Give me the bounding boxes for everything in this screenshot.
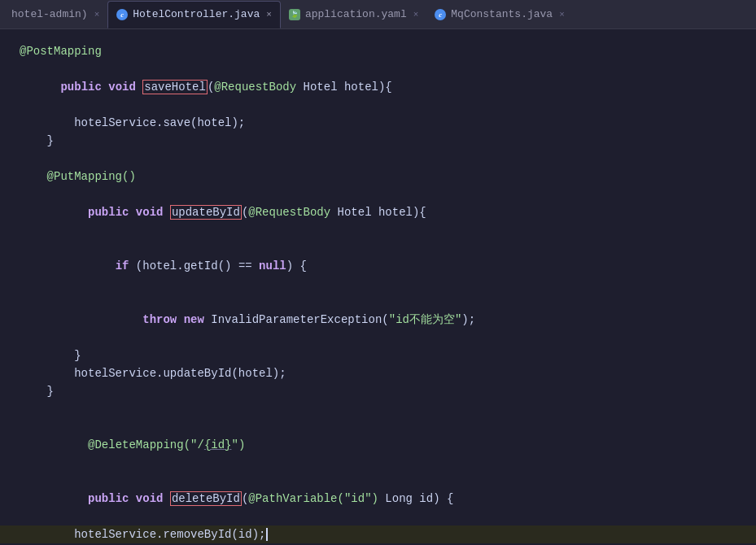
code-line-4: } xyxy=(0,132,756,150)
annotation-post: @PostMapping xyxy=(20,42,102,60)
line16-content: hotelService.removeById(id); xyxy=(20,525,275,543)
tab-bar: hotel-admin) × c HotelController.java × … xyxy=(0,0,756,29)
tab-label-hotel-controller: HotelController.java xyxy=(133,8,260,20)
close-icon-application[interactable]: × xyxy=(413,10,419,20)
code-line-14: @DeleteMapping("/{id}") xyxy=(0,418,756,472)
code-editor[interactable]: @PostMapping public void saveHotel(@Requ… xyxy=(0,29,756,545)
annotation-put: @PutMapping() xyxy=(20,168,136,185)
line14-content: @DeleteMapping("/{id}") xyxy=(20,418,245,472)
code-line-11: hotelService.updateById(hotel); xyxy=(0,364,756,382)
code-line-6: @PutMapping() xyxy=(0,168,756,185)
line15-content: public void deleteById(@PathVariable("id… xyxy=(20,472,453,525)
tab-hotel-admin[interactable]: hotel-admin) × xyxy=(3,1,107,28)
java-icon-mq: c xyxy=(435,9,446,20)
code-line-8: if (hotel.getId() == null) { xyxy=(0,239,756,293)
tab-mq-constants[interactable]: c MqConstants.java × xyxy=(426,1,572,28)
line7-content: public void updateById(@RequestBody Hote… xyxy=(20,185,426,239)
line12-content: } xyxy=(20,382,54,400)
tab-hotel-controller[interactable]: c HotelController.java × xyxy=(107,1,281,28)
code-line-3: hotelService.save(hotel); xyxy=(0,114,756,132)
line10-content: } xyxy=(20,347,81,364)
close-icon-mq[interactable]: × xyxy=(559,10,565,20)
line3-content: hotelService.save(hotel); xyxy=(20,114,245,132)
code-line-1: @PostMapping xyxy=(0,42,756,60)
close-icon-controller[interactable]: × xyxy=(266,10,272,20)
line2-content: public void saveHotel(@RequestBody Hotel… xyxy=(20,60,392,114)
yaml-icon: 🍃 xyxy=(289,9,300,20)
tab-label-application: application.yaml xyxy=(305,8,407,20)
line4-content: } xyxy=(20,132,54,150)
java-icon-controller: c xyxy=(116,9,128,20)
code-line-2: public void saveHotel(@RequestBody Hotel… xyxy=(0,60,756,114)
tab-application-yaml[interactable]: 🍃 application.yaml × xyxy=(281,1,426,28)
code-line-5 xyxy=(0,150,756,168)
code-line-7: public void updateById(@RequestBody Hote… xyxy=(0,185,756,239)
tab-label-mq: MqConstants.java xyxy=(451,8,553,20)
code-line-13 xyxy=(0,400,756,418)
code-line-12: } xyxy=(0,382,756,400)
line8-content: if (hotel.getId() == null) { xyxy=(20,239,307,293)
tab-label-hotel-admin: hotel-admin) xyxy=(11,8,88,20)
close-icon-hotel-admin[interactable]: × xyxy=(94,10,100,20)
code-line-16: hotelService.removeById(id); xyxy=(0,525,756,543)
code-line-9: throw new InvalidParameterException("id不… xyxy=(0,293,756,347)
code-line-10: } xyxy=(0,347,756,364)
line9-content: throw new InvalidParameterException("id不… xyxy=(20,293,475,347)
code-line-15: public void deleteById(@PathVariable("id… xyxy=(0,472,756,525)
line11-content: hotelService.updateById(hotel); xyxy=(20,364,286,382)
